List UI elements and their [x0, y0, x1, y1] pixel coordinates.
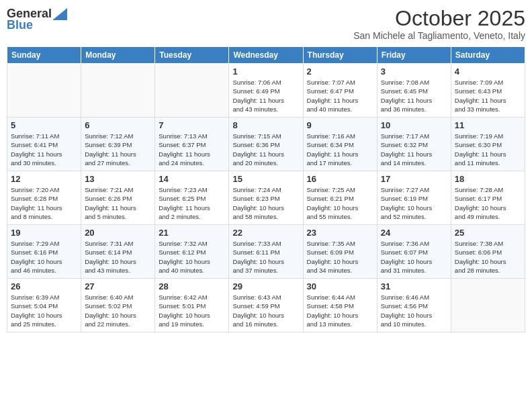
calendar-cell: 6Sunrise: 7:12 AM Sunset: 6:39 PM Daylig… [81, 118, 155, 171]
day-number: 9 [307, 120, 373, 130]
calendar-week-row: 5Sunrise: 7:11 AM Sunset: 6:41 PM Daylig… [7, 118, 525, 171]
month-title: October 2025 [353, 7, 525, 30]
day-number: 6 [85, 120, 151, 130]
calendar-cell [7, 64, 81, 118]
location-title: San Michele al Tagliamento, Veneto, Ital… [353, 30, 525, 41]
calendar-cell: 31Sunrise: 6:46 AM Sunset: 4:56 PM Dayli… [377, 279, 451, 332]
calendar-cell: 8Sunrise: 7:15 AM Sunset: 6:36 PM Daylig… [229, 118, 303, 171]
day-info: Sunrise: 6:43 AM Sunset: 4:59 PM Dayligh… [232, 293, 299, 328]
day-info: Sunrise: 7:16 AM Sunset: 6:34 PM Dayligh… [307, 132, 373, 167]
calendar-cell: 5Sunrise: 7:11 AM Sunset: 6:41 PM Daylig… [7, 118, 81, 171]
day-info: Sunrise: 7:07 AM Sunset: 6:47 PM Dayligh… [307, 78, 373, 113]
calendar-cell: 1Sunrise: 7:06 AM Sunset: 6:49 PM Daylig… [229, 64, 303, 118]
day-info: Sunrise: 7:38 AM Sunset: 6:06 PM Dayligh… [455, 239, 521, 275]
day-info: Sunrise: 7:27 AM Sunset: 6:19 PM Dayligh… [381, 185, 447, 221]
day-number: 16 [307, 174, 373, 184]
day-number: 22 [232, 228, 299, 238]
weekday-header-wednesday: Wednesday [229, 47, 303, 64]
day-number: 11 [455, 120, 521, 130]
day-number: 7 [159, 120, 225, 130]
day-number: 15 [232, 174, 299, 184]
calendar-cell: 21Sunrise: 7:32 AM Sunset: 6:12 PM Dayli… [155, 225, 229, 279]
day-number: 17 [381, 174, 447, 184]
calendar-cell: 3Sunrise: 7:08 AM Sunset: 6:45 PM Daylig… [377, 64, 451, 118]
weekday-header-row: SundayMondayTuesdayWednesdayThursdayFrid… [7, 47, 525, 64]
day-info: Sunrise: 7:25 AM Sunset: 6:21 PM Dayligh… [307, 185, 373, 221]
calendar-week-row: 12Sunrise: 7:20 AM Sunset: 6:28 PM Dayli… [7, 171, 525, 225]
calendar-cell: 25Sunrise: 7:38 AM Sunset: 6:06 PM Dayli… [451, 225, 525, 279]
day-info: Sunrise: 7:24 AM Sunset: 6:23 PM Dayligh… [232, 185, 299, 221]
day-info: Sunrise: 7:19 AM Sunset: 6:30 PM Dayligh… [455, 132, 521, 167]
calendar-cell: 2Sunrise: 7:07 AM Sunset: 6:47 PM Daylig… [303, 64, 377, 118]
day-number: 1 [232, 66, 299, 77]
day-number: 30 [307, 281, 373, 291]
day-number: 24 [381, 228, 447, 238]
logo-blue-text: Blue [7, 18, 33, 32]
calendar-cell: 4Sunrise: 7:09 AM Sunset: 6:43 PM Daylig… [451, 64, 525, 118]
calendar-cell: 10Sunrise: 7:17 AM Sunset: 6:32 PM Dayli… [377, 118, 451, 171]
calendar-cell [451, 279, 525, 332]
day-number: 12 [11, 174, 77, 184]
day-info: Sunrise: 7:17 AM Sunset: 6:32 PM Dayligh… [381, 132, 447, 167]
weekday-header-thursday: Thursday [303, 47, 377, 64]
day-number: 4 [455, 66, 521, 77]
calendar-cell [155, 64, 229, 118]
day-info: Sunrise: 7:21 AM Sunset: 6:26 PM Dayligh… [85, 185, 151, 221]
day-number: 13 [85, 174, 151, 184]
calendar-cell: 20Sunrise: 7:31 AM Sunset: 6:14 PM Dayli… [81, 225, 155, 279]
svg-marker-0 [52, 8, 67, 20]
calendar-cell: 30Sunrise: 6:44 AM Sunset: 4:58 PM Dayli… [303, 279, 377, 332]
day-info: Sunrise: 7:28 AM Sunset: 6:17 PM Dayligh… [455, 185, 521, 221]
day-number: 3 [381, 66, 447, 77]
weekday-header-friday: Friday [377, 47, 451, 64]
logo-icon [52, 8, 67, 20]
calendar-cell: 24Sunrise: 7:36 AM Sunset: 6:07 PM Dayli… [377, 225, 451, 279]
day-number: 18 [455, 174, 521, 184]
day-info: Sunrise: 7:13 AM Sunset: 6:37 PM Dayligh… [159, 132, 225, 167]
day-number: 8 [232, 120, 299, 130]
calendar-cell: 16Sunrise: 7:25 AM Sunset: 6:21 PM Dayli… [303, 171, 377, 225]
calendar-cell: 27Sunrise: 6:40 AM Sunset: 5:02 PM Dayli… [81, 279, 155, 332]
page-header: General Blue October 2025 San Michele al… [7, 7, 525, 41]
calendar-body: 1Sunrise: 7:06 AM Sunset: 6:49 PM Daylig… [7, 64, 525, 332]
calendar-cell: 12Sunrise: 7:20 AM Sunset: 6:28 PM Dayli… [7, 171, 81, 225]
day-number: 26 [11, 281, 77, 291]
day-info: Sunrise: 7:36 AM Sunset: 6:07 PM Dayligh… [381, 239, 447, 275]
day-number: 14 [159, 174, 225, 184]
logo: General Blue [7, 7, 67, 32]
day-number: 27 [85, 281, 151, 291]
weekday-header-monday: Monday [81, 47, 155, 64]
day-info: Sunrise: 7:06 AM Sunset: 6:49 PM Dayligh… [232, 78, 299, 113]
day-number: 25 [455, 228, 521, 238]
day-info: Sunrise: 7:20 AM Sunset: 6:28 PM Dayligh… [11, 185, 77, 221]
calendar-cell: 9Sunrise: 7:16 AM Sunset: 6:34 PM Daylig… [303, 118, 377, 171]
day-number: 10 [381, 120, 447, 130]
calendar-week-row: 1Sunrise: 7:06 AM Sunset: 6:49 PM Daylig… [7, 64, 525, 118]
day-number: 20 [85, 228, 151, 238]
calendar-cell: 11Sunrise: 7:19 AM Sunset: 6:30 PM Dayli… [451, 118, 525, 171]
weekday-header-tuesday: Tuesday [155, 47, 229, 64]
calendar-cell [81, 64, 155, 118]
day-info: Sunrise: 6:40 AM Sunset: 5:02 PM Dayligh… [85, 293, 151, 328]
day-number: 23 [307, 228, 373, 238]
day-info: Sunrise: 7:12 AM Sunset: 6:39 PM Dayligh… [85, 132, 151, 167]
day-number: 21 [159, 228, 225, 238]
calendar-cell: 14Sunrise: 7:23 AM Sunset: 6:25 PM Dayli… [155, 171, 229, 225]
day-number: 31 [381, 281, 447, 291]
calendar-week-row: 26Sunrise: 6:39 AM Sunset: 5:04 PM Dayli… [7, 279, 525, 332]
day-info: Sunrise: 6:44 AM Sunset: 4:58 PM Dayligh… [307, 293, 373, 328]
day-number: 28 [159, 281, 225, 291]
calendar-cell: 17Sunrise: 7:27 AM Sunset: 6:19 PM Dayli… [377, 171, 451, 225]
day-info: Sunrise: 7:29 AM Sunset: 6:16 PM Dayligh… [11, 239, 77, 275]
day-info: Sunrise: 6:46 AM Sunset: 4:56 PM Dayligh… [381, 293, 447, 328]
day-info: Sunrise: 7:09 AM Sunset: 6:43 PM Dayligh… [455, 78, 521, 113]
weekday-header-sunday: Sunday [7, 47, 81, 64]
day-info: Sunrise: 7:08 AM Sunset: 6:45 PM Dayligh… [381, 78, 447, 113]
day-info: Sunrise: 7:35 AM Sunset: 6:09 PM Dayligh… [307, 239, 373, 275]
day-info: Sunrise: 6:42 AM Sunset: 5:01 PM Dayligh… [159, 293, 225, 328]
calendar-cell: 29Sunrise: 6:43 AM Sunset: 4:59 PM Dayli… [229, 279, 303, 332]
day-number: 29 [232, 281, 299, 291]
calendar-cell: 18Sunrise: 7:28 AM Sunset: 6:17 PM Dayli… [451, 171, 525, 225]
day-info: Sunrise: 7:23 AM Sunset: 6:25 PM Dayligh… [159, 185, 225, 221]
day-number: 5 [11, 120, 77, 130]
